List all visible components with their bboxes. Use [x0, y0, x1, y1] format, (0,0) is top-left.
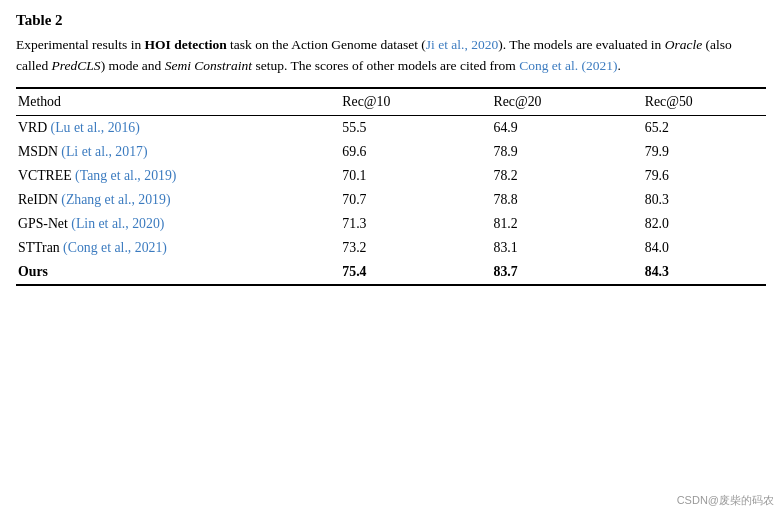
paper-table-container: Table 2 Experimental results in HOI dete…: [16, 12, 766, 286]
citation-link-ji[interactable]: Ji et al., 2020: [426, 37, 498, 52]
table-row: VCTREE (Tang et al., 2019)70.178.279.6: [16, 164, 766, 188]
cell-value: 75.4: [312, 260, 463, 285]
cell-method: Ours: [16, 260, 312, 285]
bold-hoi: HOI detection: [145, 37, 227, 52]
cell-method: STTran (Cong et al., 2021): [16, 236, 312, 260]
table-row: MSDN (Li et al., 2017)69.678.979.9: [16, 140, 766, 164]
cell-value: 78.2: [464, 164, 615, 188]
cell-value: 84.3: [615, 260, 766, 285]
watermark-text: CSDN@废柴的码农: [677, 493, 774, 508]
citation-inline[interactable]: (Zhang et al., 2019): [61, 192, 170, 207]
table-caption: Experimental results in HOI detection ta…: [16, 35, 766, 77]
cell-value: 84.0: [615, 236, 766, 260]
cell-method: ReIDN (Zhang et al., 2019): [16, 188, 312, 212]
col-rec20: Rec@20: [464, 88, 615, 116]
cell-method: VCTREE (Tang et al., 2019): [16, 164, 312, 188]
caption-text-1: Experimental results in HOI detection ta…: [16, 37, 732, 73]
cell-value: 71.3: [312, 212, 463, 236]
cell-method: VRD (Lu et al., 2016): [16, 115, 312, 140]
cell-value: 83.7: [464, 260, 615, 285]
italic-oracle: Oracle: [665, 37, 703, 52]
cell-value: 65.2: [615, 115, 766, 140]
italic-predcls: PredCLS: [52, 58, 101, 73]
table-body: VRD (Lu et al., 2016)55.564.965.2MSDN (L…: [16, 115, 766, 285]
results-table: Method Rec@10 Rec@20 Rec@50 VRD (Lu et a…: [16, 87, 766, 286]
cell-value: 70.7: [312, 188, 463, 212]
cell-value: 80.3: [615, 188, 766, 212]
table-row: VRD (Lu et al., 2016)55.564.965.2: [16, 115, 766, 140]
table-row: ReIDN (Zhang et al., 2019)70.778.880.3: [16, 188, 766, 212]
cell-method: MSDN (Li et al., 2017): [16, 140, 312, 164]
citation-inline[interactable]: (Li et al., 2017): [61, 144, 147, 159]
col-rec10: Rec@10: [312, 88, 463, 116]
italic-semiconstraint: Semi Constraint: [165, 58, 252, 73]
citation-inline[interactable]: (Lu et al., 2016): [51, 120, 140, 135]
cell-value: 69.6: [312, 140, 463, 164]
cell-value: 64.9: [464, 115, 615, 140]
citation-inline[interactable]: (Cong et al., 2021): [63, 240, 167, 255]
cell-value: 82.0: [615, 212, 766, 236]
col-method: Method: [16, 88, 312, 116]
cell-value: 70.1: [312, 164, 463, 188]
cell-value: 78.8: [464, 188, 615, 212]
table-header-row: Method Rec@10 Rec@20 Rec@50: [16, 88, 766, 116]
cell-value: 81.2: [464, 212, 615, 236]
table-row: STTran (Cong et al., 2021)73.283.184.0: [16, 236, 766, 260]
col-rec50: Rec@50: [615, 88, 766, 116]
table-row: Ours75.483.784.3: [16, 260, 766, 285]
cell-value: 79.6: [615, 164, 766, 188]
cell-method: GPS-Net (Lin et al., 2020): [16, 212, 312, 236]
cell-value: 79.9: [615, 140, 766, 164]
citation-inline[interactable]: (Tang et al., 2019): [75, 168, 176, 183]
cell-value: 73.2: [312, 236, 463, 260]
cell-value: 55.5: [312, 115, 463, 140]
citation-link-cong[interactable]: Cong et al. (2021): [519, 58, 617, 73]
citation-inline[interactable]: (Lin et al., 2020): [71, 216, 164, 231]
cell-value: 78.9: [464, 140, 615, 164]
table-title: Table 2: [16, 12, 766, 29]
table-row: GPS-Net (Lin et al., 2020)71.381.282.0: [16, 212, 766, 236]
cell-value: 83.1: [464, 236, 615, 260]
